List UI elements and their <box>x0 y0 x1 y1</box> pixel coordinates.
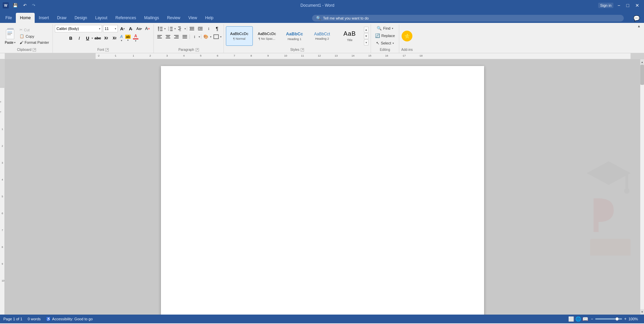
bullets-dropdown[interactable]: ▾ <box>164 27 166 30</box>
zoom-out-btn[interactable]: − <box>591 317 593 321</box>
line-spacing-button[interactable]: ↕ <box>191 33 198 40</box>
style-normal[interactable]: AaBbCcDc ¶ Normal <box>226 26 253 46</box>
document-page[interactable] <box>161 66 484 315</box>
multilevel-dropdown[interactable]: ▾ <box>184 27 186 30</box>
ribbon-collapse-button[interactable]: ▲ <box>635 24 643 53</box>
tab-layout[interactable]: Layout <box>91 13 111 23</box>
clear-formatting-button[interactable]: A✕ <box>144 25 151 32</box>
zoom-in-btn[interactable]: + <box>624 317 626 321</box>
close-btn[interactable]: ✕ <box>633 2 641 9</box>
tab-view[interactable]: View <box>184 13 201 23</box>
paste-button[interactable]: Paste ▾ <box>3 27 18 45</box>
styles-scroll-up[interactable]: ▲ <box>364 27 369 33</box>
underline-button[interactable]: U <box>84 34 91 42</box>
tab-draw[interactable]: Draw <box>53 13 70 23</box>
tell-me-searchbar[interactable]: 🔍 Tell me what you want to do <box>312 15 624 22</box>
format-painter-button[interactable]: 🖌 Format Painter <box>18 40 50 45</box>
align-right-button[interactable] <box>173 33 180 40</box>
save-quick-btn[interactable]: 💾 <box>11 2 19 8</box>
font-size-select[interactable]: 11 ▾ <box>103 25 118 32</box>
borders-dropdown[interactable]: ▾ <box>220 35 222 38</box>
style-heading2[interactable]: AaBbCct Heading 2 <box>309 26 336 46</box>
styles-scroll-down[interactable]: ▼ <box>364 33 369 39</box>
borders-container: ▾ <box>212 33 222 40</box>
shading-button[interactable]: 🎨 <box>202 33 210 40</box>
borders-button[interactable] <box>212 33 220 40</box>
bold-button[interactable]: B <box>67 34 74 42</box>
select-dropdown[interactable]: ▾ <box>393 42 394 45</box>
font-expand-icon[interactable]: ↗ <box>105 48 109 52</box>
subscript-button[interactable]: X2 <box>102 34 110 42</box>
decrease-indent-button[interactable] <box>188 25 196 32</box>
select-button[interactable]: ↖ Select ▾ <box>374 40 396 46</box>
multilevel-button[interactable] <box>177 25 184 32</box>
zoom-level[interactable]: 100% <box>629 317 641 321</box>
italic-button[interactable]: I <box>75 34 83 42</box>
numbering-dropdown[interactable]: ▾ <box>174 27 176 30</box>
numbering-button[interactable]: 1.2.3. <box>167 25 174 32</box>
zoom-thumb[interactable] <box>615 317 619 321</box>
print-layout-btn[interactable]: ⬜ <box>568 316 574 322</box>
minimize-btn[interactable]: − <box>615 2 622 9</box>
underline-dropdown[interactable]: ▾ <box>92 37 93 40</box>
page-info: Page 1 of 1 <box>3 317 22 321</box>
scrollbar-up-arrow[interactable]: ▲ <box>640 59 644 65</box>
cut-button[interactable]: ✂ Cut <box>18 27 50 33</box>
svg-text:3: 3 <box>166 54 168 57</box>
redo-quick-btn[interactable]: ↷ <box>31 2 37 8</box>
font-shrink-button[interactable]: A- <box>127 25 135 32</box>
align-center-button[interactable] <box>164 33 172 40</box>
clipboard-expand-icon[interactable]: ↗ <box>33 48 36 52</box>
tab-mailings[interactable]: Mailings <box>140 13 163 23</box>
addins-icon[interactable]: ⭐ <box>402 31 412 41</box>
web-layout-btn[interactable]: 🌐 <box>575 316 581 322</box>
font-grow-button[interactable]: A+ <box>119 25 126 32</box>
scrollbar-thumb[interactable] <box>640 65 644 85</box>
read-mode-btn[interactable]: 📖 <box>582 316 588 322</box>
replace-button[interactable]: 🔄 Replace <box>373 32 397 39</box>
user-account-btn[interactable]: Sign in <box>598 3 614 8</box>
strikethrough-button[interactable]: abc <box>94 34 101 42</box>
increase-indent-button[interactable] <box>197 25 204 32</box>
highlight-button[interactable]: ab ▾ <box>125 34 131 42</box>
bullets-button[interactable] <box>157 25 164 32</box>
tab-help[interactable]: Help <box>201 13 217 23</box>
sort-button[interactable]: ↕ <box>205 25 212 32</box>
undo-quick-btn[interactable]: ↶ <box>22 2 28 8</box>
tab-file[interactable]: File <box>1 13 16 23</box>
style-title[interactable]: AaB Title <box>336 26 363 46</box>
restore-btn[interactable]: □ <box>624 2 631 9</box>
shading-dropdown[interactable]: ▾ <box>210 35 211 38</box>
text-effects-button[interactable]: A ▾ <box>119 34 124 42</box>
style-no-space[interactable]: AaBbCcDc ¶ No Spac... <box>253 26 280 46</box>
align-left-button[interactable] <box>156 33 163 40</box>
svg-text:8: 8 <box>2 246 3 248</box>
paragraph-expand-icon[interactable]: ↗ <box>196 48 199 52</box>
accessibility-status[interactable]: ♿ Accessibility: Good to go <box>46 317 93 321</box>
ruler-body[interactable]: ·2·1 12 34 56 78 910 1112 1314 1516 ·17·… <box>96 53 631 59</box>
line-spacing-dropdown[interactable]: ▾ <box>199 35 200 38</box>
superscript-button[interactable]: X2 <box>111 34 118 42</box>
vertical-scrollbar[interactable]: ▲ ▼ <box>640 59 644 315</box>
copy-button[interactable]: 📋 Copy <box>18 33 50 39</box>
find-button[interactable]: 🔍 Find ▾ <box>375 25 395 32</box>
comments-icon[interactable]: 💬 <box>631 14 643 23</box>
zoom-slider[interactable] <box>595 318 622 320</box>
style-heading1[interactable]: AaBbCc Heading 1 <box>281 26 308 46</box>
scrollbar-track[interactable] <box>640 65 644 309</box>
font-case-button[interactable]: Aa▾ <box>136 25 143 32</box>
font-name-select[interactable]: Calibri (Body) ▾ <box>55 25 102 32</box>
styles-expand[interactable]: ▾ <box>364 39 369 45</box>
tab-home[interactable]: Home <box>16 13 35 23</box>
justify-button[interactable] <box>181 33 189 40</box>
styles-expand-icon[interactable]: ↗ <box>301 48 304 52</box>
tab-insert[interactable]: Insert <box>35 13 53 23</box>
find-dropdown[interactable]: ▾ <box>392 27 393 30</box>
tab-references[interactable]: References <box>111 13 140 23</box>
tab-design[interactable]: Design <box>70 13 91 23</box>
tab-review[interactable]: Review <box>163 13 184 23</box>
show-marks-button[interactable]: ¶ <box>213 25 221 32</box>
scrollbar-down-arrow[interactable]: ▼ <box>640 309 644 315</box>
document-area[interactable] <box>5 59 640 315</box>
font-color-button[interactable]: A ▾ <box>132 33 139 43</box>
